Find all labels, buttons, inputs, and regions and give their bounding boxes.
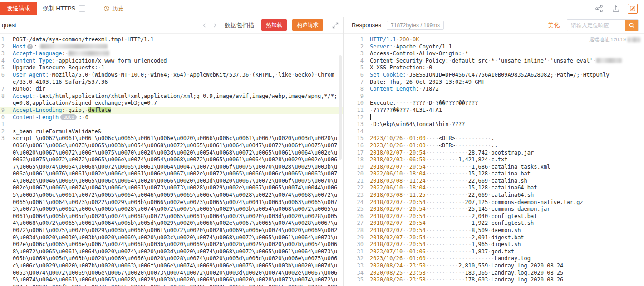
code-text: : [52,58,55,64]
code-text: deflate [88,107,111,113]
force-https-label: 强制 HTTPS [43,5,75,13]
line-number: 22 [344,184,364,192]
line-number: 11 [0,121,5,128]
code-text: ·············· [426,241,472,247]
code-line-content: Upgrade-Insecure-Requests:·1 [5,64,343,72]
code-text: NT [121,72,127,78]
code-text: <DIR> [439,135,455,141]
code-text: 2018/03/08 [370,192,403,198]
code-text: 13:02:49 [445,79,472,85]
code-text: 2018/02/07 [370,234,403,241]
code-text: · [249,72,252,78]
code-text: · [32,86,35,92]
code-text: 1,837 [472,248,488,255]
send-request-button[interactable]: 发送请求 [0,2,37,15]
packet-scan-button[interactable]: 数据包扫描 [222,20,257,30]
code-line-content: 2023/07/10··01:06··············1,837·god… [364,248,644,256]
line-number: 35 [344,276,364,284]
code-text: 4E3E-4FA1 [413,107,442,113]
code-text: 71872 [423,86,439,92]
code-text: ·········· [426,156,458,163]
code-text: ·· [403,206,409,212]
code-text: ???? [452,121,465,127]
code-text: 20:54 [409,206,426,212]
code-text: ·············· [426,213,472,219]
code-text: 1,965 [472,241,488,247]
code-text: ············· [426,206,468,212]
code-text: Host [13,44,26,50]
code-text: · [393,44,396,50]
code-line: 182018/02/03··06:50··········1,421,824·c… [344,156,644,164]
history-button[interactable]: 历史 [103,5,124,13]
code-text: ·· [403,156,409,163]
code-text: 11:24 [409,178,426,184]
line-number: 10 [344,100,364,107]
request-editor[interactable]: 1POST·/data/sys-common/treexml.tmpl·HTTP… [0,34,343,286]
next-request-button[interactable] [212,23,217,28]
request-title: quest [2,22,16,29]
code-line-content: Accept-Language:· [5,50,343,58]
responses-tab[interactable]: Responses [352,22,381,29]
code-text: 1,922 [472,220,488,226]
code-text: ·· [403,270,409,276]
code-line: 322023/10/26··01:00·····················… [344,255,644,262]
export-icon[interactable] [611,4,621,14]
toolbar-right-icons [594,4,644,14]
search-button[interactable] [625,20,638,31]
code-line: 5Upgrade-Insecure-Requests:·1 [0,64,343,72]
text-cursor [370,114,371,120]
code-line-content: User-Agent:·Mozilla/5.0·(Windows·NT·10.0… [5,72,343,86]
expand-icon[interactable] [332,22,339,29]
remote-address-label: 远端地址:120.19 [589,36,626,43]
code-text: . [491,135,494,141]
code-line: 10Content-Lengthauto:·0 [0,114,343,121]
code-text: 2018/03/08 [370,178,403,184]
line-number: 4 [344,58,364,65]
code-text: 2,040 [472,213,488,219]
code-text: 2018/02/07 [370,150,403,156]
code-text: ·· [403,150,409,156]
code-line: 232018/03/08··11:25·············22,669·c… [344,192,644,199]
code-text: Safari/537.36 [65,79,108,85]
prev-request-button[interactable] [202,23,207,28]
line-number: 5 [344,64,364,72]
code-text: 06:50 [409,156,426,163]
code-line: 13·D:\ekp\win64\tomcat\bin·???? [344,121,644,128]
code-line-content: 2018/03/08··11:25·············22,669·cat… [364,192,644,199]
code-text: ·· [403,276,409,283]
redacted-blur [40,44,108,49]
code-text: ·· [403,241,409,247]
code-text: 20:54 [409,234,426,241]
code-text: : [62,50,65,57]
code-text: Win64; [151,72,170,78]
force-https-checkbox[interactable] [79,5,85,12]
edit-icon[interactable] [628,4,638,14]
share-icon[interactable] [594,4,604,14]
hot-reload-button[interactable]: 热加载 [261,19,287,31]
code-line: 1POST·/data/sys-common/treexml.tmpl·HTTP… [0,36,343,44]
search-input[interactable] [567,20,625,31]
code-text: like [278,72,291,78]
line-number: 31 [344,248,364,256]
code-text: 22,669 [468,192,488,198]
beautify-button[interactable]: 美化 [548,21,560,29]
request-scrollbar[interactable] [339,55,342,160]
code-text: c.txt [491,156,507,163]
code-text: 2022/06/10 [370,170,403,177]
response-editor[interactable]: 1HTTP/1.1·200·OK2Server:·Apache-Coyote/1… [344,34,644,286]
code-text: · [426,64,429,71]
code-text: 2018/02/07 [370,241,403,247]
code-line-content: 2022/06/10··18:04·············15,128·cat… [364,170,644,178]
code-text: HTTP/1.1 [370,36,396,43]
code-line: 6Set-Cookie:·JSESSIONID=DF04567C47756A10… [344,72,644,79]
code-text: <DIR> [439,142,455,149]
build-request-button[interactable]: 构造请求 [292,19,323,31]
line-number: 13 [0,135,5,286]
line-number: 11 [344,107,364,114]
code-text: X-XSS-Protection: [370,64,426,71]
code-text: 2020/08/26 [370,276,403,283]
code-text: 2018/02/07 [370,220,403,226]
code-line: 332020/08/24··23:50··········2,810,559·L… [344,262,644,270]
code-line-content: Accept:·text/html,application/xhtml+xml,… [5,93,343,107]
code-text: Execute: [370,100,396,106]
